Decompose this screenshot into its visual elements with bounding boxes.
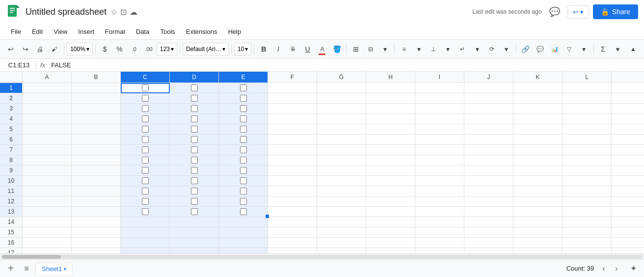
cell-H6[interactable]	[366, 135, 415, 145]
checkbox[interactable]	[142, 188, 149, 194]
checkbox[interactable]	[191, 84, 198, 91]
cell-E1[interactable]	[219, 83, 268, 93]
cell-D9[interactable]	[170, 166, 219, 176]
cell-D17[interactable]	[170, 248, 219, 253]
sheet-tab-1[interactable]: Sheet1 ▾	[35, 263, 73, 275]
row-num-15[interactable]: 15	[0, 227, 22, 238]
cell-C9[interactable]	[121, 166, 170, 176]
cell-L15[interactable]	[563, 227, 612, 238]
checkbox[interactable]	[191, 115, 198, 122]
cell-F15[interactable]	[268, 227, 317, 238]
cell-D11[interactable]	[170, 186, 219, 196]
cell-A6[interactable]	[23, 135, 72, 145]
row-num-7[interactable]: 7	[0, 145, 22, 155]
cell-L17[interactable]	[563, 248, 612, 253]
checkbox[interactable]	[191, 198, 198, 205]
cell-G5[interactable]	[317, 124, 366, 135]
cell-J13[interactable]	[464, 207, 513, 217]
decimal-more-button[interactable]: .00	[142, 42, 156, 56]
cell-reference-input[interactable]: C1:E13	[2, 60, 36, 71]
row-num-10[interactable]: 10	[0, 176, 22, 186]
checkbox[interactable]	[240, 157, 247, 164]
checkbox[interactable]	[240, 198, 247, 205]
cell-F14[interactable]	[268, 217, 317, 227]
cell-I8[interactable]	[415, 155, 464, 166]
cell-I12[interactable]	[415, 196, 464, 207]
cell-B7[interactable]	[72, 145, 121, 155]
cell-E2[interactable]	[219, 93, 268, 104]
cell-J17[interactable]	[464, 248, 513, 253]
row-num-6[interactable]: 6	[0, 135, 22, 145]
cell-G17[interactable]	[317, 248, 366, 253]
cell-G15[interactable]	[317, 227, 366, 238]
cell-D10[interactable]	[170, 176, 219, 186]
menu-help[interactable]: Help	[223, 26, 246, 37]
cell-F10[interactable]	[268, 176, 317, 186]
cell-I3[interactable]	[415, 104, 464, 114]
cell-D13[interactable]	[170, 207, 219, 217]
cell-L14[interactable]	[563, 217, 612, 227]
cell-H4[interactable]	[366, 114, 415, 124]
cell-G16[interactable]	[317, 238, 366, 248]
row-num-3[interactable]: 3	[0, 104, 22, 114]
merge-cells-button[interactable]: ⊟	[364, 42, 377, 56]
cell-H1[interactable]	[366, 83, 415, 93]
checkbox[interactable]	[142, 198, 149, 205]
cell-J9[interactable]	[464, 166, 513, 176]
checkbox[interactable]	[142, 136, 149, 143]
cell-L10[interactable]	[563, 176, 612, 186]
cell-A12[interactable]	[23, 196, 72, 207]
cell-F1[interactable]	[268, 83, 317, 93]
cell-G3[interactable]	[317, 104, 366, 114]
percent-button[interactable]: %	[113, 42, 127, 56]
checkbox[interactable]	[191, 146, 198, 153]
menu-data[interactable]: Data	[131, 26, 154, 37]
col-header-l[interactable]: L	[563, 72, 612, 83]
checkbox[interactable]	[142, 146, 149, 153]
col-header-b[interactable]: B	[72, 72, 121, 83]
cell-L1[interactable]	[563, 83, 612, 93]
sheets-list-button[interactable]: ≡	[20, 262, 33, 276]
cell-B6[interactable]	[72, 135, 121, 145]
checkbox[interactable]	[240, 84, 247, 91]
cell-G6[interactable]	[317, 135, 366, 145]
cell-I15[interactable]	[415, 227, 464, 238]
cell-I9[interactable]	[415, 166, 464, 176]
cell-C1[interactable]	[121, 83, 170, 93]
cell-C14[interactable]	[121, 217, 170, 227]
cell-I6[interactable]	[415, 135, 464, 145]
cell-I14[interactable]	[415, 217, 464, 227]
cell-E7[interactable]	[219, 145, 268, 155]
menu-view[interactable]: View	[49, 26, 72, 37]
italic-button[interactable]: I	[271, 42, 285, 56]
cell-E4[interactable]	[219, 114, 268, 124]
fill-color-button[interactable]: 🪣	[330, 42, 344, 56]
cell-E5[interactable]	[219, 124, 268, 135]
row-num-12[interactable]: 12	[0, 196, 22, 207]
cell-A9[interactable]	[23, 166, 72, 176]
row-num-5[interactable]: 5	[0, 124, 22, 135]
cell-E11[interactable]	[219, 186, 268, 196]
cell-A7[interactable]	[23, 145, 72, 155]
cell-G9[interactable]	[317, 166, 366, 176]
row-num-9[interactable]: 9	[0, 166, 22, 176]
cell-F5[interactable]	[268, 124, 317, 135]
cell-E3[interactable]	[219, 104, 268, 114]
cell-H10[interactable]	[366, 176, 415, 186]
cell-E10[interactable]	[219, 176, 268, 186]
cell-G1[interactable]	[317, 83, 366, 93]
cell-C7[interactable]	[121, 145, 170, 155]
checkbox[interactable]	[240, 146, 247, 153]
cell-A3[interactable]	[23, 104, 72, 114]
checkbox[interactable]	[191, 126, 198, 133]
row-num-1[interactable]: 1	[0, 83, 22, 93]
cell-F16[interactable]	[268, 238, 317, 248]
checkbox[interactable]	[240, 188, 247, 194]
checkbox[interactable]	[142, 167, 149, 174]
cell-L3[interactable]	[563, 104, 612, 114]
cell-F7[interactable]	[268, 145, 317, 155]
decimal-less-button[interactable]: .0	[127, 42, 141, 56]
cell-J1[interactable]	[464, 83, 513, 93]
cell-L2[interactable]	[563, 93, 612, 104]
folder-icon[interactable]: ⊡	[120, 7, 127, 17]
